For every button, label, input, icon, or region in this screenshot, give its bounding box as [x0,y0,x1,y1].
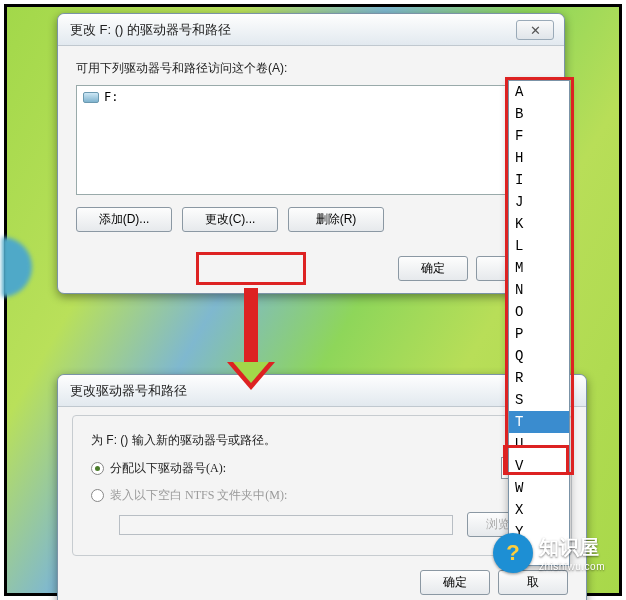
drive-option[interactable]: P [509,323,569,345]
drive-option[interactable]: O [509,301,569,323]
titlebar[interactable]: 更改驱动器号和路径 [58,375,586,407]
cancel-button[interactable]: 取 [498,570,568,595]
drive-option[interactable]: F [509,125,569,147]
drive-option[interactable]: S [509,389,569,411]
logo-url: zhishiwu.com [539,561,605,572]
list-item[interactable]: F: [83,90,539,104]
dialog-title: 更改 F: () 的驱动器号和路径 [70,21,231,39]
drive-option[interactable]: J [509,191,569,213]
drive-option[interactable]: B [509,103,569,125]
drive-option[interactable]: Q [509,345,569,367]
change-button[interactable]: 更改(C)... [182,207,278,232]
drive-option[interactable]: N [509,279,569,301]
folder-path-input [119,515,453,535]
assign-radio[interactable] [91,462,104,475]
remove-button[interactable]: 删除(R) [288,207,384,232]
logo-icon: ? [493,533,533,573]
annotation-arrow [244,288,258,365]
drive-option[interactable]: T [509,411,569,433]
drive-option[interactable]: K [509,213,569,235]
mount-radio[interactable] [91,489,104,502]
drive-option[interactable]: R [509,367,569,389]
drive-option[interactable]: L [509,235,569,257]
drive-option[interactable]: H [509,147,569,169]
ok-button[interactable]: 确定 [420,570,490,595]
drive-option[interactable]: I [509,169,569,191]
drive-option[interactable]: V [509,455,569,477]
drive-option[interactable]: M [509,257,569,279]
dialog-title: 更改驱动器号和路径 [70,382,187,400]
watermark-logo: ? 知识屋 zhishiwu.com [493,533,605,573]
close-icon: ✕ [530,23,541,38]
instruction-label: 可用下列驱动器号和路径访问这个卷(A): [76,60,546,77]
drive-option[interactable]: U [509,433,569,455]
drive-label: F: [104,90,118,104]
ok-button[interactable]: 确定 [398,256,468,281]
drive-icon [83,92,99,103]
drive-option[interactable]: A [509,81,569,103]
drive-letter-dropdown[interactable]: ABFHIJKLMNOPQRSTUVWXYZ [508,80,570,566]
titlebar[interactable]: 更改 F: () 的驱动器号和路径 ✕ [58,14,564,46]
drive-option[interactable]: W [509,477,569,499]
add-button[interactable]: 添加(D)... [76,207,172,232]
assign-label: 分配以下驱动器号(A): [110,460,226,477]
path-listbox[interactable]: F: [76,85,546,195]
prompt-label: 为 F: () 输入新的驱动器号或路径。 [91,432,553,449]
change-drive-dialog: 更改 F: () 的驱动器号和路径 ✕ 可用下列驱动器号和路径访问这个卷(A):… [57,13,565,294]
annotation-arrow-inner [233,362,269,383]
mount-label: 装入以下空白 NTFS 文件夹中(M): [110,487,287,504]
close-button[interactable]: ✕ [516,20,554,40]
drive-option[interactable]: X [509,499,569,521]
logo-brand: 知识屋 [539,534,605,561]
